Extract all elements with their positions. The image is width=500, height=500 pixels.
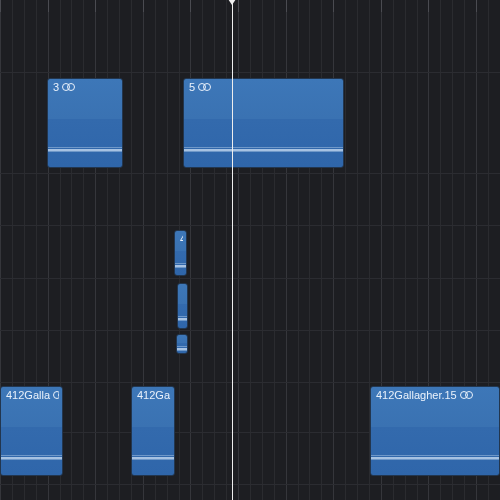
timeline-arrange-area[interactable]: 354412Galla412Ga412Gallagher.15 — [0, 0, 500, 500]
waveform — [1, 457, 62, 459]
stereo-icon — [198, 83, 213, 92]
region-header: 5 — [189, 81, 340, 94]
playhead[interactable] — [232, 0, 233, 500]
region-label: 412Ga — [137, 389, 170, 402]
stereo-icon — [53, 391, 59, 400]
region-header: 412Galla — [6, 389, 59, 402]
region-header: 3 — [53, 81, 119, 94]
waveform — [132, 457, 174, 459]
region-label: 3 — [53, 81, 59, 94]
stereo-icon — [62, 83, 77, 92]
waveform — [48, 149, 122, 151]
region-label: 4 — [180, 233, 183, 246]
waveform — [184, 149, 343, 151]
waveform — [371, 457, 499, 459]
audio-region[interactable]: 412Galla — [0, 386, 63, 476]
region-header: 4 — [180, 233, 183, 246]
audio-region[interactable] — [177, 283, 188, 329]
region-header: 412Gallagher.15 — [376, 389, 496, 402]
region-label: 412Galla — [6, 389, 50, 402]
region-label: 412Gallagher.15 — [376, 389, 457, 402]
waveform — [175, 265, 186, 267]
stereo-icon — [460, 391, 475, 400]
audio-region[interactable] — [176, 334, 188, 354]
waveform — [177, 348, 187, 350]
audio-region[interactable]: 5 — [183, 78, 344, 168]
audio-region[interactable]: 3 — [47, 78, 123, 168]
audio-region[interactable]: 412Ga — [131, 386, 175, 476]
region-header: 412Ga — [137, 389, 171, 402]
waveform — [178, 318, 187, 320]
audio-region[interactable]: 412Gallagher.15 — [370, 386, 500, 476]
region-label: 5 — [189, 81, 195, 94]
audio-region[interactable]: 4 — [174, 230, 187, 276]
